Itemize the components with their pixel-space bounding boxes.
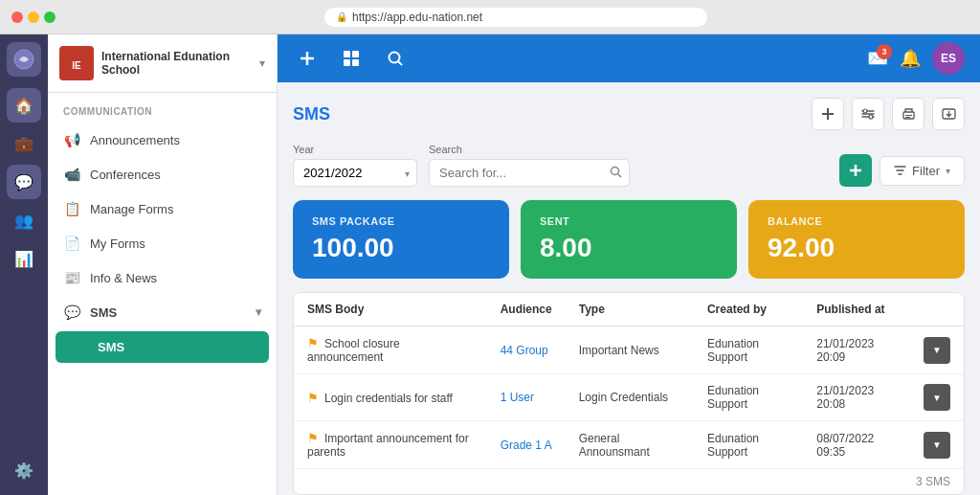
conferences-icon: 📹 [63, 167, 80, 182]
app-logo [7, 42, 41, 77]
row-dropdown-button-1[interactable]: ▼ [924, 384, 950, 411]
cell-created-by-1: Edunation Support [694, 374, 803, 421]
sidebar-item-manage-forms[interactable]: 📋 Manage Forms [48, 191, 277, 226]
sidebar-icon-chart[interactable]: 📊 [7, 241, 41, 276]
svg-rect-6 [352, 51, 359, 57]
add-sms-button[interactable] [839, 154, 872, 187]
sidebar-icon-home[interactable]: 🏠 [7, 88, 41, 123]
url-bar[interactable]: 🔒 https://app.edu-nation.net [324, 8, 707, 27]
audience-link-0[interactable]: 44 Group [501, 344, 548, 357]
filter-row: Year 2021/2022 2022/2023 ▾ Search [293, 144, 965, 187]
svg-rect-7 [344, 59, 350, 66]
browser-chrome: 🔒 https://app.edu-nation.net [0, 0, 980, 34]
sidebar-item-conferences[interactable]: 📹 Conferences [48, 157, 277, 191]
search-label: Search [429, 144, 630, 155]
maximize-button[interactable] [44, 11, 56, 23]
sidebar-item-announcements[interactable]: 📢 Announcements [48, 123, 277, 157]
year-select[interactable]: 2021/2022 2022/2023 [293, 159, 417, 187]
header-print-button[interactable] [892, 98, 924, 130]
header-switch-button[interactable] [852, 98, 884, 130]
sidebar-icon-briefcase[interactable]: 💼 [7, 126, 41, 161]
url-text: https://app.edu-nation.net [352, 11, 482, 24]
sms-sub-label: SMS [98, 340, 124, 354]
col-header-created-by: Created by [694, 293, 803, 326]
audience-link-2[interactable]: Grade 1 A [501, 439, 552, 452]
top-bar-search-button[interactable] [381, 44, 410, 73]
sidebar-icon-chat[interactable]: 💬 [7, 165, 41, 199]
top-bar-grid-button[interactable] [337, 44, 366, 73]
search-wrapper [429, 159, 630, 187]
filter-right-actions: Filter ▾ [839, 154, 965, 187]
sidebar-item-my-forms[interactable]: 📄 My Forms [48, 226, 277, 260]
sms-icon: 💬 [63, 304, 80, 320]
flag-icon-1: ⚑ [307, 391, 319, 405]
manage-forms-icon: 📋 [63, 201, 80, 216]
svg-line-10 [398, 61, 402, 65]
my-forms-icon: 📄 [63, 236, 80, 251]
filter-button[interactable]: Filter ▾ [880, 156, 965, 186]
cell-audience-2[interactable]: Grade 1 A [487, 421, 566, 469]
table-count: 3 SMS [916, 475, 950, 488]
cell-audience-1[interactable]: 1 User [487, 374, 566, 421]
col-header-audience: Audience [487, 293, 566, 326]
header-export-button[interactable] [932, 98, 965, 130]
svg-rect-8 [352, 59, 359, 66]
sidebar-item-info-news[interactable]: 📰 Info & News [48, 260, 277, 295]
svg-rect-17 [905, 117, 910, 118]
row-dropdown-button-0[interactable]: ▼ [924, 337, 950, 364]
cell-type-2: General Announsmant [566, 421, 694, 469]
minimize-button[interactable] [28, 11, 39, 23]
manage-forms-label: Manage Forms [90, 202, 173, 216]
sidebar-subitem-sms[interactable]: SMS [56, 331, 269, 363]
main-content: ✉️ 3 🔔 ES SMS [278, 34, 980, 495]
sms-label: SMS [90, 305, 117, 320]
cell-audience-0[interactable]: 44 Group [487, 326, 566, 374]
sms-chevron-icon: ▾ [256, 305, 261, 319]
school-name: International Edunation School [101, 50, 252, 77]
sms-table: SMS Body Audience Type Created by Publis… [294, 293, 964, 468]
table-row: ⚑School closure announcement 44 Group Im… [294, 326, 964, 374]
audience-link-1[interactable]: 1 User [501, 391, 534, 404]
section-title-communication: COMMUNICATION [48, 93, 277, 123]
cell-action-1: ▼ [910, 374, 964, 421]
col-header-actions [910, 293, 964, 326]
window-controls [11, 11, 56, 23]
sidebar-icon-settings[interactable]: ⚙️ [7, 453, 41, 487]
svg-point-14 [869, 115, 873, 119]
cell-published-2: 08/07/2022 09:35 [803, 421, 910, 469]
col-header-published: Published at [803, 293, 910, 326]
cell-action-0: ▼ [910, 326, 964, 374]
top-bar-right: ✉️ 3 🔔 ES [867, 42, 965, 75]
stat-card-package: SMS PACKAGE 100.00 [293, 200, 509, 279]
svg-point-9 [390, 53, 400, 63]
svg-rect-16 [905, 115, 912, 116]
stat-sent-label: SENT [540, 215, 718, 227]
header-add-button[interactable] [812, 98, 844, 130]
nav-sidebar: IE International Edunation School ▾ COMM… [48, 34, 278, 495]
announcements-icon: 📢 [63, 132, 80, 147]
sidebar-icon-users[interactable]: 👥 [7, 203, 41, 237]
row-dropdown-button-2[interactable]: ▼ [924, 432, 950, 459]
user-avatar[interactable]: ES [932, 42, 965, 75]
school-header[interactable]: IE International Edunation School ▾ [48, 34, 277, 93]
search-input[interactable] [429, 159, 630, 187]
cell-published-1: 21/01/2023 20:08 [803, 374, 910, 421]
cell-sms-body-1: ⚑Login credentials for staff [294, 374, 487, 421]
chevron-down-icon: ▾ [259, 56, 265, 70]
filter-chevron-icon: ▾ [946, 166, 950, 176]
my-forms-label: My Forms [90, 236, 145, 251]
filter-label: Filter [912, 164, 940, 178]
mail-badge: 3 [877, 44, 892, 59]
page-header: SMS [293, 98, 965, 130]
info-news-label: Info & News [90, 271, 157, 285]
flag-icon-0: ⚑ [307, 336, 319, 350]
mail-notification-button[interactable]: ✉️ 3 [867, 48, 888, 69]
close-button[interactable] [11, 11, 23, 23]
table-row: ⚑Important announcement for parents Grad… [294, 421, 964, 469]
bell-notification-button[interactable]: 🔔 [900, 48, 921, 69]
top-bar-add-button[interactable] [293, 44, 322, 73]
cell-sms-body-0: ⚑School closure announcement [294, 326, 487, 374]
sidebar-item-sms-parent[interactable]: 💬 SMS ▾ [48, 295, 277, 329]
col-header-type: Type [566, 293, 694, 326]
cell-type-1: Login Credentials [566, 374, 694, 421]
